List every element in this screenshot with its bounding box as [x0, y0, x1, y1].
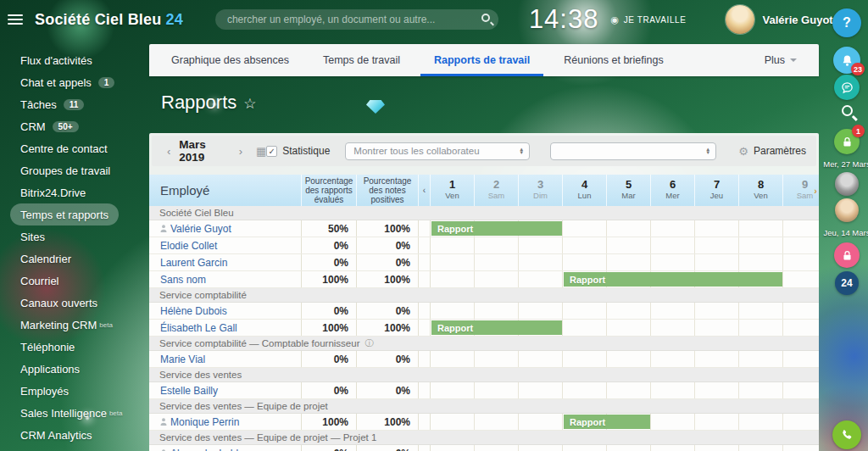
day-cell	[431, 351, 475, 367]
favorite-star-icon[interactable]: ☆	[243, 96, 256, 112]
sidebar-item-label: Canaux ouverts	[20, 297, 97, 309]
tab-more[interactable]: Plus	[743, 44, 819, 76]
scroll-right-arrow[interactable]: ›	[814, 186, 817, 196]
sidebar-item-sales-intelligence[interactable]: Sales Intelligencebeta	[20, 402, 149, 424]
badge-24-button[interactable]: 24	[835, 271, 859, 295]
day-cell	[431, 382, 475, 398]
employee-link[interactable]: Laurent Garcin	[160, 257, 227, 269]
help-label: ?	[843, 15, 851, 31]
chat-icon	[841, 81, 854, 94]
employee-link[interactable]: Alexandre Leblanc	[170, 448, 254, 451]
evaluated-cell: 0%	[302, 445, 357, 451]
day-cell	[431, 445, 475, 451]
search-rail-button[interactable]	[837, 101, 856, 120]
employee-link[interactable]: Élisabeth Le Gall	[160, 322, 237, 334]
sidebar-item-marketing-crm[interactable]: Marketing CRMbeta	[20, 314, 149, 336]
table-row: Élisabeth Le Gall100%100%Rapport	[149, 320, 819, 337]
report-bar[interactable]: Rapport	[564, 415, 650, 429]
phone-button[interactable]	[832, 420, 861, 449]
sidebar-item-plus[interactable]: Plus...▾2	[20, 446, 149, 451]
status-label: JE TRAVAILLE	[624, 15, 687, 25]
report-bar[interactable]: Rapport	[564, 272, 782, 287]
calendar-grid-icon[interactable]: ▦	[256, 145, 266, 158]
sidebar-item-temps-et-rapports[interactable]: Temps et rapports	[10, 203, 119, 226]
company-logo[interactable]: Société Ciel Bleu24	[35, 11, 183, 29]
employee-link[interactable]: Hélène Dubois	[160, 305, 227, 317]
lock-green-button[interactable]: 1	[834, 129, 860, 154]
search-icon[interactable]	[481, 14, 490, 22]
help-button[interactable]: ?	[832, 8, 861, 37]
sidebar-item-calendrier[interactable]: Calendrier	[20, 248, 149, 270]
person-icon	[160, 225, 167, 232]
day-cell	[783, 320, 819, 336]
employee-link[interactable]: Monique Perrin	[170, 416, 239, 428]
sidebar-item-applications[interactable]: Applications	[20, 358, 149, 380]
lock-icon	[842, 250, 853, 261]
positive-cell: 100%	[357, 220, 419, 237]
notifications-button[interactable]: 23	[833, 47, 860, 74]
sidebar-item-crm[interactable]: CRM50+	[20, 115, 149, 137]
scroll-left-arrow[interactable]: ‹	[419, 175, 431, 206]
sidebar-item-bitrix24-drive[interactable]: Bitrix24.Drive	[20, 181, 149, 203]
day-cell	[651, 351, 695, 367]
sidebar-item-employ-s[interactable]: Employés	[20, 380, 149, 402]
sidebar-item-groupes-de-travail[interactable]: Groupes de travail	[20, 159, 149, 181]
day-cell	[431, 254, 475, 270]
sidebar-item-courriel[interactable]: Courriel	[20, 270, 149, 292]
menu-icon[interactable]	[8, 12, 23, 27]
sidebar-item-t-l-phonie[interactable]: Téléphonie	[20, 336, 149, 358]
user-avatar[interactable]	[726, 5, 754, 34]
sidebar-item-label: Sites	[20, 231, 45, 243]
day-cell	[563, 254, 607, 270]
day-header-grid: 1Ven2Sam3Dim4Lun5Mar6Mer7Jeu8Ven9Sam	[431, 175, 819, 206]
sidebar-item-centre-de-contact[interactable]: Centre de contact	[20, 137, 149, 159]
employee-link[interactable]: Estelle Bailly	[160, 385, 218, 397]
day-cell	[739, 414, 783, 430]
sidebar-item-crm-analytics[interactable]: CRM Analytics	[20, 424, 149, 446]
day-cell	[739, 303, 783, 319]
messenger-button[interactable]	[834, 75, 860, 100]
report-bar[interactable]: Rapport	[431, 221, 562, 236]
next-month-button[interactable]: ›	[234, 145, 248, 158]
tab-temps-de-travail[interactable]: Temps de travail	[306, 44, 417, 76]
employee-filter-select[interactable]: Montrer tous les collaborateu▲▼	[345, 142, 530, 160]
day-cell	[607, 351, 651, 367]
sidebar-item-t-ches[interactable]: Tâches11	[20, 93, 149, 115]
lock-pink-button[interactable]	[834, 242, 860, 268]
sidebar-item-canaux-ouverts[interactable]: Canaux ouverts	[20, 292, 149, 314]
work-status-button[interactable]: ◉JE TRAVAILLE	[610, 14, 686, 25]
sidebar-item-flux-d-activit-s[interactable]: Flux d'activités	[20, 49, 149, 71]
gear-icon[interactable]: ⚙	[738, 145, 748, 158]
spacer-cell	[419, 303, 431, 319]
sidebar-item-sites[interactable]: Sites	[20, 226, 149, 248]
table-row: Marie Vial0%0%	[149, 351, 819, 368]
day-cell	[431, 303, 475, 319]
tab-rapports-de-travail[interactable]: Rapports de travail	[417, 44, 547, 76]
employee-link[interactable]: Sans nom	[160, 274, 206, 286]
tab-r-unions-et-briefings[interactable]: Réunions et briefings	[547, 44, 680, 76]
employee-link[interactable]: Valérie Guyot	[170, 223, 231, 235]
search-input[interactable]	[215, 9, 498, 30]
statistic-checkbox[interactable]: ✓	[266, 146, 277, 157]
day-cell	[739, 445, 783, 451]
top-header: Société Ciel Bleu24 14:38 ◉JE TRAVAILLE …	[0, 0, 868, 39]
day-header: 1Ven	[431, 175, 475, 206]
employee-link[interactable]: Elodie Collet	[160, 240, 217, 252]
sidebar-item-chat-et-appels[interactable]: Chat et appels1	[20, 71, 149, 93]
day-cell	[563, 351, 607, 367]
sidebar-item-label: Groupes de travail	[20, 164, 110, 177]
report-bar[interactable]: Rapport	[431, 320, 562, 335]
settings-label[interactable]: Paramètres	[754, 145, 806, 157]
beta-label: beta	[99, 321, 113, 329]
tab-graphique-des-absences[interactable]: Graphique des absences	[154, 44, 306, 76]
spacer-cell	[419, 254, 431, 270]
rail-avatar-2[interactable]	[835, 198, 859, 222]
day-cell	[783, 303, 819, 319]
sidebar-item-label: CRM	[20, 120, 46, 133]
prev-month-button[interactable]: ‹	[162, 145, 175, 158]
group-row: Service comptabilité — Comptable fournis…	[149, 337, 819, 351]
rail-avatar-1[interactable]	[835, 172, 859, 196]
secondary-filter-select[interactable]: ▲▼	[550, 142, 716, 160]
employee-link[interactable]: Marie Vial	[160, 354, 205, 365]
search-bar	[215, 9, 498, 30]
